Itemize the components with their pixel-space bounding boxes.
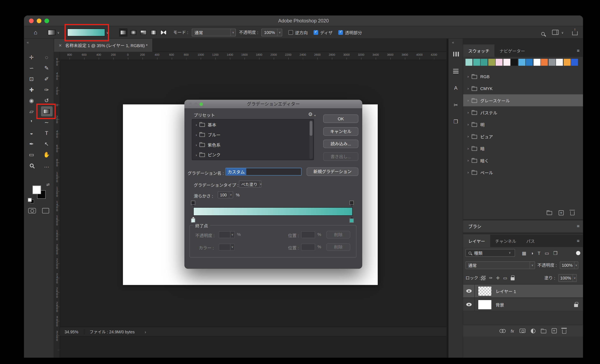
hand-tool[interactable]: ✋ xyxy=(41,150,52,160)
color-swatch[interactable] xyxy=(548,59,555,66)
load-button[interactable]: 読み込み... xyxy=(323,140,358,148)
opacity-select[interactable]: 100% xyxy=(261,28,282,37)
eyedropper-tool[interactable]: ✐ xyxy=(41,74,52,84)
layer-blend-mode-select[interactable]: 通常 xyxy=(466,261,535,269)
dodge-tool[interactable]: ◒ xyxy=(26,128,37,138)
layer-name[interactable]: 背景 xyxy=(496,301,574,308)
scissors-panel-icon[interactable] xyxy=(449,99,463,111)
tab-paths[interactable]: パス xyxy=(521,235,540,247)
gear-icon[interactable] xyxy=(308,111,313,117)
color-swatch[interactable] xyxy=(480,59,488,66)
color-swatch[interactable] xyxy=(526,59,533,66)
blend-mode-select[interactable]: 通常 xyxy=(192,28,236,37)
delete-swatch-icon[interactable] xyxy=(570,211,574,215)
radial-gradient-button[interactable] xyxy=(129,28,138,37)
type-tool[interactable]: T xyxy=(41,128,52,138)
pen-tool[interactable]: ✒ xyxy=(26,139,37,149)
option-checkbox[interactable]: 逆方向 xyxy=(289,29,308,36)
properties-panel-icon[interactable] xyxy=(449,65,463,77)
gradient-preview-bar[interactable] xyxy=(193,207,353,216)
layer-filter-toggle[interactable] xyxy=(576,251,580,255)
libraries-panel-icon[interactable] xyxy=(449,116,463,127)
histogram-panel-icon[interactable] xyxy=(449,48,463,60)
new-layer-icon[interactable] xyxy=(552,328,556,333)
color-swatch[interactable] xyxy=(518,59,525,66)
color-swatch[interactable] xyxy=(496,59,503,66)
fullscreen-window-button[interactable] xyxy=(44,19,49,23)
ok-button[interactable]: OK xyxy=(323,114,358,123)
gradient-end-opacity-stop[interactable] xyxy=(350,201,354,206)
lock-artboard-icon[interactable] xyxy=(503,276,507,280)
panel-menu-icon[interactable] xyxy=(577,48,580,53)
swatch-group-row[interactable]: 暗 xyxy=(463,142,583,154)
color-swatch[interactable] xyxy=(563,59,570,66)
new-group-icon[interactable] xyxy=(547,211,552,215)
dialog-zoom-button[interactable] xyxy=(199,102,203,106)
color-swatch[interactable] xyxy=(556,59,563,66)
zoom-level-field[interactable]: 34.95% xyxy=(65,329,78,334)
move-tool[interactable]: ✛ xyxy=(26,52,37,62)
smudge-tool[interactable]: ∼ xyxy=(41,117,52,127)
history-brush-tool[interactable]: ↺ xyxy=(41,95,52,105)
option-checkbox[interactable]: 透明部分 xyxy=(338,29,362,36)
gradient-end-color-stop[interactable] xyxy=(350,217,354,223)
search-icon[interactable] xyxy=(541,30,545,37)
color-swatch[interactable] xyxy=(473,59,480,66)
add-layer-mask-icon[interactable] xyxy=(519,329,525,333)
type-layer-filter-icon[interactable] xyxy=(538,250,541,256)
character-panel-icon[interactable] xyxy=(449,82,463,93)
adjustment-layer-filter-icon[interactable] xyxy=(531,250,533,256)
close-document-icon[interactable]: × xyxy=(59,42,62,48)
foreground-color-swatch[interactable] xyxy=(32,186,41,194)
brushes-panel-header[interactable]: ブラシ xyxy=(463,220,583,232)
color-swatch[interactable] xyxy=(541,59,548,66)
dialog-titlebar[interactable]: グラデーションエディター xyxy=(184,100,362,108)
swatch-group-row[interactable]: グレースケール xyxy=(463,94,583,106)
edit-toolbar-button[interactable]: … xyxy=(41,160,52,170)
lock-image-pixels-icon[interactable] xyxy=(489,276,492,280)
angle-gradient-button[interactable] xyxy=(139,28,148,37)
collapse-tools-icon[interactable]: « xyxy=(27,40,29,45)
gradient-tool[interactable] xyxy=(41,106,52,116)
home-icon[interactable] xyxy=(32,28,39,37)
color-swatch[interactable] xyxy=(571,59,578,66)
gradient-start-opacity-stop[interactable] xyxy=(191,201,195,206)
tab-swatches[interactable]: スウォッチ xyxy=(463,44,494,57)
close-window-button[interactable] xyxy=(29,19,34,23)
workspace-switcher-icon[interactable] xyxy=(552,30,559,35)
chevron-down-icon[interactable] xyxy=(106,31,109,34)
color-swatch[interactable] xyxy=(488,59,495,66)
preset-folder-row[interactable]: ピンク xyxy=(192,150,313,160)
brush-tool[interactable]: ✑ xyxy=(41,85,52,95)
layer-thumbnail[interactable] xyxy=(478,286,492,296)
document-tab[interactable]: × 名称未設定 1 @ 35% (レイヤー 1, RGB/8) * xyxy=(54,39,153,52)
layer-row-background[interactable]: 背景 xyxy=(463,298,583,311)
preset-scrollbar[interactable] xyxy=(309,120,313,159)
quick-mask-button[interactable] xyxy=(28,208,36,214)
tab-layers[interactable]: レイヤー xyxy=(463,235,490,247)
panel-menu-icon[interactable] xyxy=(577,239,580,243)
color-swatch[interactable] xyxy=(511,59,518,66)
tool-preset-picker[interactable] xyxy=(48,28,63,37)
dialog-close-button[interactable] xyxy=(189,102,192,106)
option-checkbox[interactable]: ディザ xyxy=(314,29,333,36)
lock-position-icon[interactable] xyxy=(496,276,500,280)
pixel-layer-filter-icon[interactable] xyxy=(522,250,526,256)
lasso-tool[interactable]: ∽ xyxy=(26,63,37,73)
tab-channels[interactable]: チャンネル xyxy=(490,235,521,247)
link-layers-icon[interactable] xyxy=(499,329,505,333)
color-swatch[interactable] xyxy=(533,59,540,66)
new-adjustment-layer-icon[interactable] xyxy=(531,328,535,333)
layer-name[interactable]: レイヤー 1 xyxy=(496,288,583,294)
shape-layer-filter-icon[interactable] xyxy=(545,250,549,256)
tab-navigator[interactable]: ナビゲーター xyxy=(495,44,530,57)
gradient-preview-button[interactable] xyxy=(67,28,105,37)
layer-fill-select[interactable]: 100% xyxy=(558,274,577,282)
diamond-gradient-button[interactable] xyxy=(159,28,168,37)
layer-thumbnail[interactable] xyxy=(478,299,492,309)
zoom-tool[interactable] xyxy=(26,160,37,170)
clone-stamp-tool[interactable]: ◉ xyxy=(26,95,37,105)
new-group-icon[interactable] xyxy=(541,329,546,333)
layer-effects-button[interactable]: fx xyxy=(511,328,514,333)
layer-row-layer1[interactable]: レイヤー 1 xyxy=(463,285,583,298)
